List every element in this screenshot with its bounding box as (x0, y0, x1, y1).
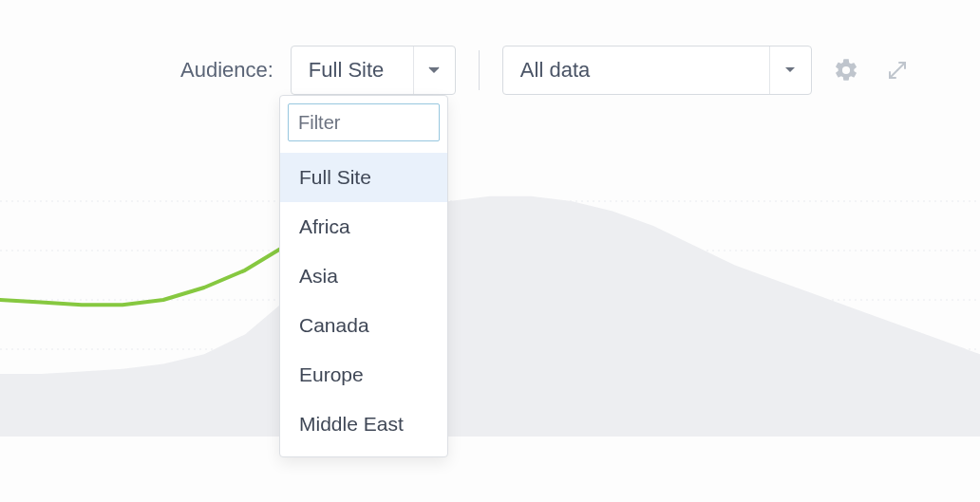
settings-button[interactable] (829, 53, 863, 87)
data-select[interactable]: All data (502, 46, 812, 95)
data-select-value: All data (503, 46, 769, 94)
audience-label: Audience: (180, 58, 273, 83)
filter-input[interactable] (288, 103, 440, 141)
traffic-chart (0, 142, 980, 437)
historical-area (0, 196, 980, 437)
dropdown-option[interactable]: Europe (280, 350, 447, 400)
audience-dropdown: Full Site Africa Asia Canada Europe Midd… (279, 95, 448, 457)
chart-svg (0, 142, 980, 437)
caret-down-icon (769, 46, 811, 94)
caret-down-icon (413, 46, 455, 94)
dropdown-option-list: Full Site Africa Asia Canada Europe Midd… (280, 153, 447, 449)
dropdown-option[interactable]: Africa (280, 202, 447, 251)
dropdown-option[interactable]: Canada (280, 301, 447, 350)
dropdown-option[interactable]: Full Site (280, 153, 447, 202)
toolbar: Audience: Full Site All data (180, 46, 914, 95)
filter-input-wrap (280, 96, 447, 149)
expand-button[interactable] (880, 53, 914, 87)
dropdown-option[interactable]: Middle East (280, 400, 447, 449)
gear-icon (833, 57, 859, 84)
audience-select-value: Full Site (292, 46, 413, 94)
dropdown-option[interactable]: Asia (280, 251, 447, 301)
audience-select[interactable]: Full Site (291, 46, 456, 95)
expand-icon (886, 59, 909, 82)
toolbar-divider (479, 50, 480, 90)
